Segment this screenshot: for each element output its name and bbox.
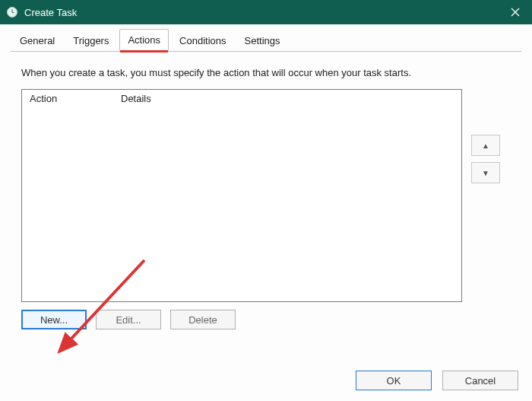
button-label: OK: [387, 375, 401, 387]
list-header: Action Details: [22, 90, 461, 107]
column-header-details[interactable]: Details: [121, 93, 461, 104]
tab-label: General: [20, 35, 55, 46]
actions-list[interactable]: Action Details: [21, 89, 462, 302]
chevron-up-icon: ▲: [482, 142, 489, 150]
task-scheduler-icon: [6, 6, 18, 18]
button-label: Edit...: [116, 314, 141, 326]
annotation-underline: [120, 50, 168, 53]
actions-list-area: Action Details ▲ ▼: [11, 89, 521, 302]
tab-strip: General Triggers Actions Conditions Sett…: [11, 29, 521, 52]
dialog-content: General Triggers Actions Conditions Sett…: [0, 24, 532, 401]
button-label: New...: [40, 314, 68, 326]
titlebar-left: Create Task: [6, 6, 77, 18]
tab-description: When you create a task, you must specify…: [11, 52, 521, 89]
tab-label: Actions: [128, 34, 160, 46]
button-label: Cancel: [465, 375, 496, 387]
tab-conditions[interactable]: Conditions: [172, 30, 233, 51]
list-action-buttons: New... Edit... Delete: [11, 302, 521, 329]
tab-triggers[interactable]: Triggers: [65, 30, 116, 51]
move-up-button[interactable]: ▲: [471, 135, 500, 156]
button-label: Delete: [188, 314, 217, 326]
chevron-down-icon: ▼: [482, 169, 489, 177]
dialog-footer: OK Cancel: [356, 371, 518, 390]
titlebar-controls: [499, 0, 532, 24]
move-down-button[interactable]: ▼: [471, 162, 500, 183]
ok-button[interactable]: OK: [356, 371, 432, 390]
titlebar: Create Task: [0, 0, 532, 24]
close-button[interactable]: [499, 0, 532, 24]
new-button[interactable]: New...: [21, 310, 87, 329]
tab-label: Triggers: [73, 35, 109, 46]
reorder-buttons: ▲ ▼: [471, 135, 500, 183]
delete-button[interactable]: Delete: [170, 310, 236, 329]
tab-settings[interactable]: Settings: [237, 30, 288, 51]
tab-actions[interactable]: Actions: [119, 29, 169, 51]
tab-general[interactable]: General: [12, 30, 62, 51]
column-header-action[interactable]: Action: [30, 93, 121, 104]
edit-button[interactable]: Edit...: [96, 310, 161, 329]
cancel-button[interactable]: Cancel: [442, 371, 518, 390]
tab-label: Settings: [245, 35, 280, 46]
tab-label: Conditions: [179, 35, 226, 46]
window-title: Create Task: [24, 7, 77, 18]
